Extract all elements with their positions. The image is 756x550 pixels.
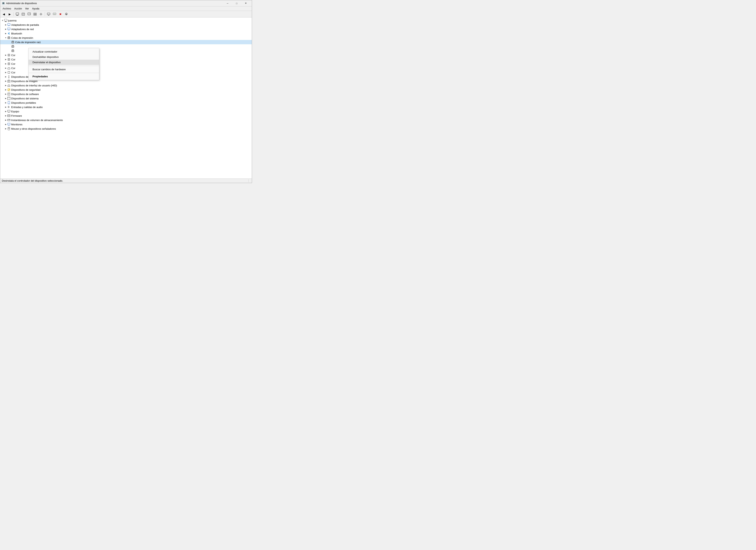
bluetooth-icon [7, 32, 10, 35]
camera-icon [7, 80, 10, 83]
svg-rect-48 [8, 71, 10, 73]
expand-arrow [8, 41, 11, 44]
expand-arrow: ▶ [4, 28, 7, 31]
list-item[interactable]: Cola de impresión raíz [0, 40, 252, 44]
expand-arrow: ▶ [4, 54, 7, 57]
minimize-button[interactable]: ─ [223, 0, 232, 6]
menu-ver[interactable]: Ver [23, 7, 31, 10]
overview-button[interactable] [15, 12, 20, 17]
list-item[interactable]: ▶ Adaptadores de pantalla [0, 23, 252, 27]
status-text: Desinstala el controlador del dispositiv… [2, 179, 249, 182]
expand-arrow: ▶ [4, 67, 7, 70]
computer-tree-icon [7, 110, 10, 113]
svg-rect-65 [7, 110, 10, 112]
security-icon: 🔑 [7, 88, 10, 91]
svg-rect-41 [12, 51, 13, 52]
portable-icon [7, 101, 10, 104]
list-item[interactable]: ▶ Bluetooth [0, 31, 252, 36]
list-item[interactable]: ▶ Equipo [0, 109, 252, 114]
tree-root[interactable]: ▼ juanma [0, 18, 252, 23]
printer-icon [11, 45, 14, 48]
download-button[interactable] [64, 12, 69, 17]
close-button[interactable]: ✕ [241, 0, 250, 6]
ctx-properties[interactable]: Propiedades [29, 74, 99, 79]
svg-rect-68 [7, 115, 10, 117]
chip-icon [7, 62, 10, 65]
settings-button[interactable] [38, 12, 44, 17]
svg-rect-38 [12, 47, 13, 47]
title-bar: 💻 Administrador de dispositivos ─ □ ✕ [0, 0, 252, 6]
list-item[interactable]: ▶ Dispositivos del sistema [0, 96, 252, 101]
window-title: Administrador de dispositivos [6, 2, 223, 5]
chip-icon [7, 58, 10, 61]
svg-rect-47 [8, 63, 9, 64]
svg-rect-7 [34, 13, 35, 14]
item-label: Cor [11, 62, 15, 65]
svg-rect-74 [7, 123, 10, 125]
expand-arrow: ▶ [4, 114, 7, 117]
monitor-icon [7, 23, 10, 26]
help-button[interactable]: ? [26, 12, 32, 17]
maximize-button[interactable]: □ [232, 0, 241, 6]
item-label: Adaptadores de pantalla [11, 23, 39, 26]
ctx-scan-hardware[interactable]: Buscar cambios de hardware [29, 67, 99, 72]
svg-rect-64 [8, 106, 9, 108]
list-item[interactable]: ▶ Dispositivos de interfaz de usuario (H… [0, 83, 252, 88]
svg-rect-32 [8, 38, 9, 39]
svg-rect-8 [35, 13, 36, 14]
list-item[interactable]: ▶ Instantáneas de volumen de almacenamie… [0, 118, 252, 122]
properties-button[interactable] [20, 12, 26, 17]
svg-point-53 [8, 81, 9, 82]
item-label: Dispositivos portátiles [11, 101, 36, 104]
svg-rect-34 [12, 41, 14, 42]
firmware-icon [7, 114, 10, 117]
expand-arrow: ▶ [4, 106, 7, 109]
ctx-uninstall-device[interactable]: Desinstalar el dispositivo [29, 60, 99, 65]
printer-icon [11, 41, 14, 44]
list-item[interactable]: ▶ Dispositivos de software [0, 92, 252, 96]
audio-icon [7, 106, 10, 109]
ctx-disable-device[interactable]: Deshabilitar dispositivo [29, 54, 99, 60]
back-button[interactable]: ◀ [1, 12, 6, 17]
ctx-disable-device-label: Deshabilitar dispositivo [32, 56, 59, 58]
root-expand-arrow: ▼ [1, 19, 4, 22]
monitor-button[interactable] [46, 12, 51, 17]
add-button[interactable]: + [52, 12, 57, 17]
item-label: Monitores [11, 123, 22, 126]
list-item[interactable]: ▶ Adaptadores de red [0, 27, 252, 31]
expand-arrow: ▶ [4, 97, 7, 100]
expand-arrow: ▶ [4, 88, 7, 91]
item-label: Cor [11, 67, 15, 70]
expand-arrow: ▶ [4, 62, 7, 65]
svg-rect-57 [8, 93, 10, 95]
item-label: Bluetooth [11, 32, 22, 35]
gamepad-icon [7, 67, 10, 70]
list-item[interactable]: ▶ Dispositivos portátiles [0, 101, 252, 105]
list-item[interactable]: ▶ 🔑 Dispositivos de seguridad [0, 88, 252, 92]
svg-text:?: ? [29, 13, 30, 15]
svg-rect-60 [7, 97, 10, 100]
list-item[interactable]: ▼ Colas de impresión [0, 36, 252, 40]
list-item[interactable]: ▶ Mouse y otros dispositivos señaladores [0, 127, 252, 131]
menu-archivo[interactable]: Archivo [1, 7, 13, 10]
device-tree[interactable]: ▼ juanma ▶ Adaptadores de pantalla ▶ [0, 18, 252, 179]
list-item[interactable]: ▶ Firmware [0, 114, 252, 118]
view-button[interactable] [32, 12, 38, 17]
svg-rect-12 [47, 13, 50, 15]
remove-button[interactable]: ✖ [58, 12, 63, 17]
menu-ayuda[interactable]: Ayuda [31, 7, 41, 10]
svg-rect-22 [7, 24, 10, 25]
forward-button[interactable]: ▶ [7, 12, 12, 17]
ctx-update-driver[interactable]: Actualizar controlador [29, 49, 99, 54]
svg-rect-45 [8, 59, 9, 60]
expand-arrow: ▶ [4, 93, 7, 96]
menu-accion[interactable]: Acción [13, 7, 23, 10]
toolbar-separator-1 [13, 12, 14, 16]
svg-rect-0 [16, 13, 19, 15]
window-controls: ─ □ ✕ [223, 0, 250, 6]
list-item[interactable]: ▶ Monitores [0, 122, 252, 127]
printer-icon [11, 49, 14, 52]
list-item[interactable]: ▶ Entradas y salidas de audio [0, 105, 252, 109]
item-label: Equipo [11, 110, 19, 113]
toolbar: ◀ ▶ ? + ✖ [0, 11, 252, 18]
